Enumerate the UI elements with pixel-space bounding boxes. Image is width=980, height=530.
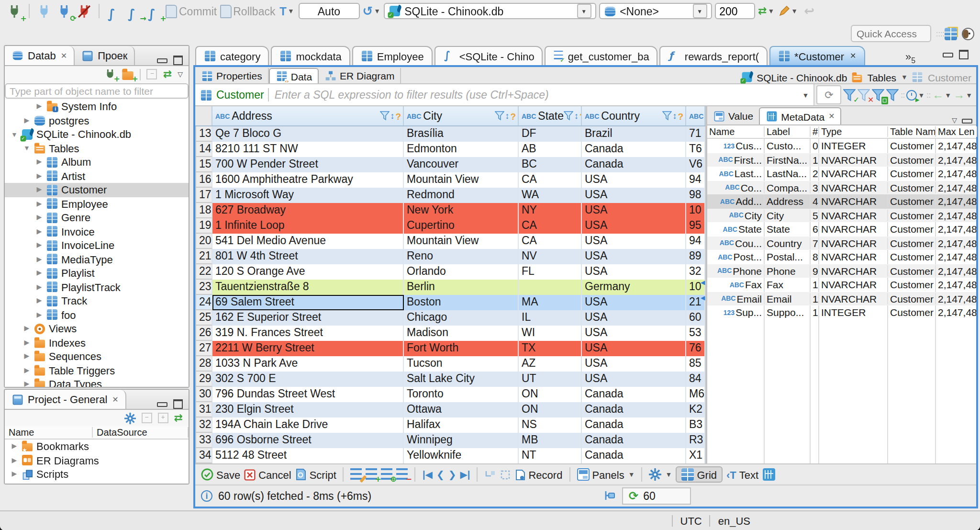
table-row[interactable]: 13 Qe 7 Bloco G Brasília DF Brazil 71	[195, 126, 705, 142]
tab-database-navigator[interactable]: Datab ✕	[5, 46, 75, 65]
tree-arrow-icon[interactable]: ▶	[35, 242, 43, 249]
tab-project-general[interactable]: Project - General ✕	[5, 390, 126, 409]
tab-value[interactable]: Value	[707, 107, 759, 124]
cell-postalcode[interactable]: 98	[686, 188, 705, 203]
cell-address[interactable]: 1 Infinite Loop	[212, 218, 404, 234]
cell-city[interactable]: Fort Worth	[404, 341, 519, 356]
cell-state[interactable]: TX	[519, 341, 582, 356]
position-pin-icon[interactable]	[604, 489, 616, 503]
custom-filter-icon[interactable]	[886, 89, 899, 101]
cell-postalcode[interactable]: 60	[686, 310, 705, 326]
next-row-icon[interactable]: ❯	[448, 469, 457, 480]
filter-hint-icon[interactable]: ?	[510, 111, 516, 121]
quick-access-input[interactable]	[851, 25, 931, 42]
cell-postalcode[interactable]: T6	[686, 142, 705, 157]
minimize-icon[interactable]	[962, 118, 972, 123]
save-button[interactable]: Save	[201, 468, 240, 481]
tab-projects[interactable]: Проек	[75, 46, 135, 65]
metadata-row[interactable]: ABCPhone Phone 9 NVARCHAR Customer 2,147…	[707, 264, 976, 278]
cell-country[interactable]: USA	[582, 188, 686, 203]
row-number[interactable]: 19	[195, 218, 212, 234]
row-number[interactable]: 17	[195, 188, 212, 203]
close-icon[interactable]: ✕	[61, 51, 67, 60]
row-number[interactable]: 25	[195, 310, 212, 326]
tree-item[interactable]: ▶ Genre	[5, 211, 189, 225]
link-with-editor-icon[interactable]: ⇄	[163, 68, 172, 80]
cell-country[interactable]: USA	[582, 326, 686, 341]
table-row[interactable]: 14 8210 111 ST NW Edmonton AB Canada T6	[195, 142, 705, 157]
cell-country[interactable]: Canada	[582, 157, 686, 172]
tree-arrow-icon[interactable]: ▶	[35, 186, 43, 194]
cell-city[interactable]: Halifax	[404, 417, 519, 433]
tree-item[interactable]: ▶ Employee	[5, 197, 189, 211]
cell-address[interactable]: 1 Microsoft Way	[212, 188, 404, 203]
tab-er-diagram[interactable]: ER Diagram	[319, 68, 401, 83]
tree-arrow-icon[interactable]: ▶	[23, 367, 31, 374]
editor-tab[interactable]: category ✕	[195, 46, 269, 65]
tab-metadata[interactable]: MetaData ✕	[759, 107, 841, 124]
column-header-datasource[interactable]: DataSource	[93, 427, 189, 438]
timezone-indicator[interactable]: UTC	[680, 515, 702, 527]
row-number[interactable]: 27	[195, 341, 212, 356]
tree-arrow-icon[interactable]: ▶	[23, 381, 31, 387]
row-number[interactable]: 23	[195, 280, 212, 295]
tree-arrow-icon[interactable]: ▼	[11, 131, 18, 138]
row-number[interactable]: 20	[195, 234, 212, 249]
row-number[interactable]: 29	[195, 372, 212, 387]
sql-history-icon[interactable]: ↺▼	[362, 2, 380, 20]
new-folder-icon[interactable]: +	[122, 68, 134, 80]
editor-tab[interactable]: Employee ✕	[352, 46, 433, 65]
view-menu-icon[interactable]: ▽	[952, 117, 957, 124]
tree-item[interactable]: ▶ Data Types	[5, 377, 189, 387]
tree-arrow-icon[interactable]: ▶	[23, 353, 31, 361]
locale-indicator[interactable]: en_US	[718, 515, 750, 527]
column-header-number[interactable]: #	[811, 126, 819, 137]
sort-icon[interactable]: ↕	[574, 111, 579, 121]
cell-address[interactable]: 120 S Orange Ave	[212, 264, 404, 280]
tree-item[interactable]: ▶ Views	[5, 322, 189, 336]
tree-item[interactable]: ▶ ER Diagrams	[5, 453, 189, 467]
tree-item[interactable]: ▶ Track	[5, 294, 189, 308]
cell-country[interactable]: Canada	[582, 448, 686, 463]
cell-state[interactable]: MA	[519, 295, 582, 310]
metadata-row[interactable]: ABCFax Fax 10 NVARCHAR Customer 2,147,48…	[707, 278, 976, 292]
previous-page-icon[interactable]: ←▼	[932, 88, 951, 101]
tree-arrow-icon[interactable]: ▶	[35, 297, 43, 305]
tree-item[interactable]: ▶ postgres	[5, 113, 189, 127]
cell-state[interactable]: NV	[519, 249, 582, 264]
metadata-row[interactable]: 123Cus... Custo... 0 INTEGER Customer 2,…	[707, 139, 976, 153]
back-arrow-icon[interactable]: ↩	[801, 2, 818, 20]
cell-postalcode[interactable]: V6	[686, 157, 705, 172]
metadata-row[interactable]: ABCCo... Compa... 3 NVARCHAR Customer 2,…	[707, 180, 976, 194]
fetch-all-icon[interactable]	[500, 469, 511, 480]
table-row[interactable]: 34 5112 48 Street Yellowknife NT Canada …	[195, 448, 705, 463]
settings-button[interactable]: ▼	[649, 468, 672, 481]
new-sql-editor-icon[interactable]: +	[145, 2, 163, 20]
cell-city[interactable]: Chicago	[404, 310, 519, 326]
delete-row-icon[interactable]: −	[397, 468, 408, 481]
cell-country[interactable]: Germany	[582, 280, 686, 295]
table-row[interactable]: 24 69 Salem Street Boston MA USA 21	[195, 295, 705, 310]
cell-postalcode[interactable]: 32	[686, 264, 705, 280]
tree-arrow-icon[interactable]: ▶	[11, 443, 18, 451]
cell-postalcode[interactable]: K2	[686, 402, 705, 417]
tree-arrow-icon[interactable]: ▶	[35, 103, 43, 111]
disconnect-icon[interactable]	[76, 2, 93, 20]
cell-state[interactable]: WI	[519, 326, 582, 341]
transaction-mode-icon[interactable]: T▼	[278, 2, 295, 20]
metadata-row[interactable]: ABCLast... LastNa... 2 NVARCHAR Customer…	[707, 167, 976, 180]
cell-address[interactable]: 230 Elgin Street	[212, 402, 404, 417]
cell-address[interactable]: 627 Broadway	[212, 203, 404, 218]
column-header-name[interactable]: Name	[707, 126, 765, 137]
previous-row-icon[interactable]: ❮	[436, 469, 445, 480]
cell-postalcode[interactable]: 94	[686, 234, 705, 249]
column-header[interactable]: ABC Country ↕ ?	[582, 106, 686, 125]
cell-postalcode[interactable]: 94	[686, 172, 705, 188]
sql-filter-field[interactable]: Customer ▼	[195, 84, 814, 105]
tree-item[interactable]: ▶ Sequences	[5, 350, 189, 363]
cell-state[interactable]: CA	[519, 234, 582, 249]
cell-address[interactable]: 541 Del Medio Avenue	[212, 234, 404, 249]
save-filter-icon[interactable]: ▫	[872, 89, 884, 101]
cell-address[interactable]: Qe 7 Bloco G	[212, 126, 404, 142]
connection-combo[interactable]: SQLite - Chinook.db ▼	[383, 3, 596, 19]
